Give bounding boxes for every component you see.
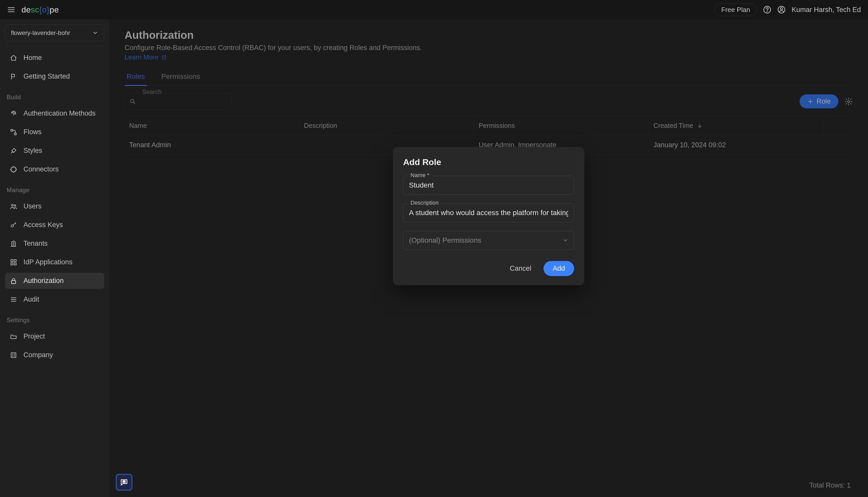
description-field[interactable]: Description	[403, 203, 574, 222]
description-field-label: Description	[408, 199, 441, 206]
cancel-button[interactable]: Cancel	[504, 261, 537, 276]
building-icon	[9, 240, 18, 247]
flag-icon	[9, 73, 18, 80]
hamburger-icon[interactable]	[7, 5, 15, 14]
key-icon	[9, 222, 18, 229]
permissions-select[interactable]: (Optional) Permissions	[403, 231, 574, 250]
sidebar-item-label: Company	[24, 351, 53, 359]
sidebar-item-authorization[interactable]: Authorization	[5, 273, 104, 289]
sidebar-heading-build: Build	[6, 94, 103, 101]
sidebar-item-auth-methods[interactable]: Authentication Methods	[5, 105, 104, 122]
svg-rect-12	[14, 263, 16, 265]
name-field-label: Name *	[408, 172, 432, 179]
sidebar-item-connectors[interactable]: Connectors	[5, 161, 104, 177]
plan-chip[interactable]: Free Plan	[714, 3, 757, 16]
chat-bubble[interactable]: (•)	[116, 474, 132, 491]
svg-rect-10	[14, 259, 16, 261]
dropdown-icon	[563, 238, 568, 243]
chevron-down-icon	[92, 30, 98, 36]
dialog-title: Add Role	[403, 157, 574, 167]
add-button[interactable]: Add	[544, 261, 574, 276]
sidebar-item-styles[interactable]: Styles	[5, 143, 104, 159]
sidebar-item-users[interactable]: Users	[5, 198, 104, 214]
sidebar-item-access-keys[interactable]: Access Keys	[5, 217, 104, 233]
user-avatar-icon[interactable]	[778, 5, 786, 14]
sidebar-item-label: Audit	[24, 296, 39, 303]
svg-point-7	[14, 204, 16, 206]
home-icon	[9, 54, 18, 61]
description-input[interactable]	[409, 209, 568, 217]
main: Authorization Configure Role-Based Acces…	[109, 19, 868, 497]
logo-part: {o}	[39, 5, 50, 14]
sidebar-item-label: Getting Started	[24, 72, 70, 80]
fingerprint-icon	[9, 110, 18, 117]
sidebar-heading-settings: Settings	[6, 317, 103, 324]
sidebar-heading-manage: Manage	[6, 186, 103, 194]
sidebar-item-audit[interactable]: Audit	[5, 292, 104, 308]
sidebar-item-label: Home	[24, 54, 42, 62]
permissions-placeholder: (Optional) Permissions	[409, 236, 481, 244]
flows-icon	[9, 129, 18, 136]
project-select[interactable]: flowery-lavender-bohr	[5, 25, 104, 41]
logo-part: sc	[31, 5, 39, 14]
modal-overlay[interactable]: Add Role Name * Description (Optional) P…	[109, 19, 868, 497]
user-name: Kumar Harsh, Tech Ed	[792, 6, 861, 14]
add-role-dialog: Add Role Name * Description (Optional) P…	[393, 147, 584, 285]
sidebar-item-project[interactable]: Project	[5, 328, 104, 344]
sidebar-item-label: Styles	[24, 147, 42, 155]
sidebar-item-tenants[interactable]: Tenants	[5, 236, 104, 252]
svg-rect-9	[11, 259, 13, 261]
sidebar-item-home[interactable]: Home	[5, 50, 104, 66]
sidebar: flowery-lavender-bohr Home Getting Start…	[0, 19, 109, 497]
sidebar-item-label: Flows	[24, 128, 42, 136]
apps-icon	[9, 259, 18, 266]
sidebar-item-label: Users	[24, 202, 42, 210]
sidebar-item-label: Connectors	[24, 165, 59, 173]
dialog-actions: Cancel Add	[403, 261, 574, 276]
sidebar-item-label: Authorization	[24, 277, 64, 285]
logo: desc{o}pe	[22, 5, 59, 15]
sidebar-item-idp-apps[interactable]: IdP Applications	[5, 254, 104, 270]
chat-icon: (•)	[120, 478, 128, 486]
name-input[interactable]	[409, 181, 568, 189]
sidebar-item-company[interactable]: Company	[5, 347, 104, 363]
sidebar-item-label: Tenants	[24, 240, 48, 247]
folder-icon	[9, 333, 18, 340]
company-icon	[9, 352, 18, 359]
logo-part: pe	[50, 5, 59, 14]
puzzle-icon	[9, 166, 18, 173]
svg-text:(•): (•)	[123, 480, 126, 483]
name-field[interactable]: Name *	[403, 176, 574, 195]
sidebar-item-label: Authentication Methods	[24, 110, 96, 117]
sidebar-item-label: Project	[24, 332, 45, 340]
users-icon	[9, 203, 18, 210]
svg-rect-11	[11, 263, 13, 265]
sidebar-item-getting-started[interactable]: Getting Started	[5, 68, 104, 84]
sidebar-item-label: IdP Applications	[24, 258, 72, 266]
sidebar-item-label: Access Keys	[24, 221, 63, 229]
sidebar-item-flows[interactable]: Flows	[5, 124, 104, 140]
logo-part: de	[22, 5, 31, 14]
brush-icon	[9, 147, 18, 154]
project-name: flowery-lavender-bohr	[11, 29, 70, 37]
help-icon[interactable]	[763, 5, 771, 14]
topbar: desc{o}pe Free Plan Kumar Harsh, Tech Ed	[0, 0, 868, 19]
svg-rect-13	[12, 280, 16, 283]
list-icon	[9, 296, 18, 303]
lock-icon	[9, 277, 18, 284]
svg-point-3	[781, 8, 783, 10]
svg-point-6	[12, 204, 13, 206]
svg-rect-14	[11, 353, 16, 357]
